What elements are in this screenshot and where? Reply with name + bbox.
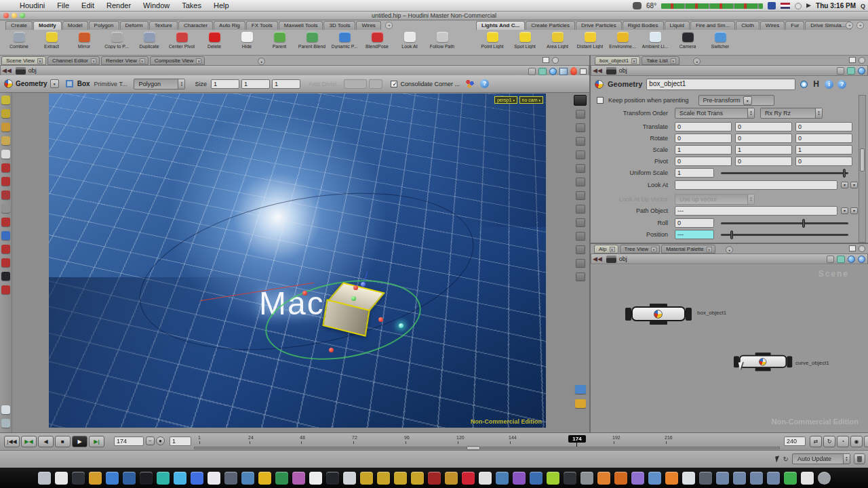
gizmo-handle[interactable] [302, 291, 307, 296]
dock-icon[interactable] [123, 472, 136, 485]
view-tool-icon[interactable] [576, 178, 585, 186]
shelf-tab[interactable]: Wires [760, 21, 785, 30]
pane-tab[interactable]: Alp × [594, 245, 618, 253]
shelf-tab[interactable]: Create [5, 21, 33, 30]
start-frame-field[interactable]: 1 [170, 436, 191, 446]
dock-icon[interactable] [479, 472, 492, 485]
trash-icon[interactable] [854, 453, 865, 464]
shelf-tab[interactable]: Model [62, 21, 88, 30]
dock-icon[interactable] [72, 472, 85, 485]
dock-icon[interactable] [140, 472, 153, 485]
menu-item[interactable]: Takes [176, 1, 208, 9]
shelf-scroll-right-button[interactable] [856, 22, 864, 29]
toolbar-tool-icon[interactable] [1, 177, 10, 186]
param-x-field[interactable]: 0 [675, 122, 732, 131]
path-text[interactable]: obj [28, 67, 37, 74]
dock-icon[interactable] [191, 472, 203, 485]
view-tool-icon[interactable] [576, 259, 585, 268]
shelf-tool[interactable]: Mirror [68, 30, 100, 55]
dock-icon[interactable] [631, 472, 644, 485]
update-mode-select[interactable]: Auto Update [792, 453, 850, 464]
maximize-pane-icon[interactable] [849, 57, 856, 63]
new-pane-tab-button[interactable] [258, 58, 265, 65]
calendar-menu-icon[interactable] [768, 2, 776, 9]
shelf-tool[interactable]: Combine [3, 30, 35, 55]
roll-slider[interactable] [721, 222, 848, 224]
param-y-field[interactable]: 0 [735, 122, 792, 131]
dock-icon[interactable] [767, 472, 780, 485]
pane-menu-icon[interactable] [859, 57, 865, 64]
look-at-field[interactable] [675, 180, 837, 190]
close-tab-icon[interactable]: × [707, 247, 712, 252]
position-slider[interactable] [721, 234, 848, 236]
menu-item[interactable]: Help [208, 1, 235, 9]
stock-ticker-icon[interactable] [661, 3, 763, 9]
frame-ruler[interactable]: 124487296120144192216 174 [194, 434, 780, 449]
param-x-field[interactable]: 0 [675, 134, 732, 143]
shelf-tool[interactable]: Follow Path [426, 30, 458, 55]
view-tool-icon[interactable] [576, 164, 585, 173]
shelf-tool[interactable]: Delete [198, 30, 231, 55]
view-tool-icon[interactable] [576, 123, 585, 132]
param-z-field[interactable]: 0 [795, 157, 852, 166]
param-y-field[interactable]: 1 [735, 145, 792, 155]
roll-field[interactable]: 0 [675, 218, 714, 228]
view-tool-icon[interactable] [576, 232, 585, 241]
pane-tab[interactable]: Render View × [101, 56, 149, 65]
shelf-tool[interactable]: Look At [393, 30, 426, 55]
dock-icon[interactable] [377, 472, 390, 485]
realtime-toggle-button[interactable]: ◔ [837, 436, 849, 447]
shelf-tool[interactable]: Ambient Li... [639, 30, 671, 55]
pane-tab[interactable]: Composite View × [150, 56, 205, 65]
pane-menu-icon[interactable] [552, 57, 559, 64]
shelf-tool[interactable]: Spot Light [509, 30, 541, 55]
jump-icon[interactable] [837, 256, 845, 263]
dock-icon[interactable] [394, 472, 407, 485]
param-x-field[interactable]: 0 [675, 157, 732, 166]
pane-menu-icon[interactable] [859, 245, 865, 252]
shelf-tab[interactable]: Auto Rig [214, 21, 245, 30]
back-arrow-icon[interactable]: ◀◀ [2, 67, 12, 74]
toolbar-tool-icon[interactable] [1, 245, 10, 253]
dock-icon[interactable] [309, 472, 322, 485]
sync-icon[interactable] [858, 67, 865, 75]
shelf-scroll-left-button[interactable] [846, 22, 853, 29]
shelf-tab[interactable]: Drive Particles [576, 21, 622, 30]
shelf-tool[interactable]: Switcher [704, 30, 736, 55]
end-frame-field[interactable]: 240 [784, 436, 806, 446]
dock-icon[interactable] [733, 472, 746, 485]
close-tab-icon[interactable]: × [91, 58, 96, 64]
toolbar-tool-icon[interactable] [1, 123, 10, 131]
view-tool-icon[interactable] [576, 150, 585, 159]
dock-icon[interactable] [648, 472, 661, 485]
op-list-icon[interactable] [850, 207, 858, 214]
view-tool-icon[interactable] [576, 218, 585, 227]
dock-icon[interactable] [784, 472, 797, 485]
shelf-tab[interactable]: Rigid Bodies [623, 21, 664, 30]
world-icon[interactable] [549, 68, 557, 75]
close-tab-icon[interactable]: × [37, 58, 43, 64]
param-z-field[interactable]: 0 [795, 122, 852, 131]
size-y-field[interactable]: 1 [241, 79, 270, 89]
gizmo-handle[interactable] [329, 348, 334, 352]
gear-icon[interactable] [800, 81, 808, 88]
path-dropdown-button[interactable] [837, 67, 844, 75]
pane-tab[interactable]: Material Palette × [661, 245, 715, 253]
pane-tab[interactable]: box_object1 × [595, 56, 640, 65]
spinner-icon[interactable] [178, 79, 184, 89]
shelf-tab[interactable]: Fire and Sm... [690, 21, 735, 30]
shelf-tool[interactable]: Environme... [606, 30, 639, 55]
menu-item[interactable]: Window [137, 1, 176, 9]
pane-tab[interactable]: Scene View × [1, 56, 46, 65]
toolbar-tool-icon[interactable] [1, 163, 10, 172]
toolbar-tool-icon[interactable] [1, 109, 10, 118]
close-tab-icon[interactable]: × [196, 58, 201, 64]
playbar-menu-button[interactable]: ▾ [864, 436, 868, 447]
view-tool-icon[interactable] [576, 191, 585, 200]
dock-icon[interactable] [564, 472, 576, 485]
shelf-tool[interactable]: Hide [231, 30, 263, 55]
path-text[interactable]: obj [619, 67, 627, 74]
shelf-tab[interactable]: FX Tools [246, 21, 278, 30]
maximize-pane-icon[interactable] [542, 57, 549, 63]
node-flag[interactable] [787, 357, 792, 368]
